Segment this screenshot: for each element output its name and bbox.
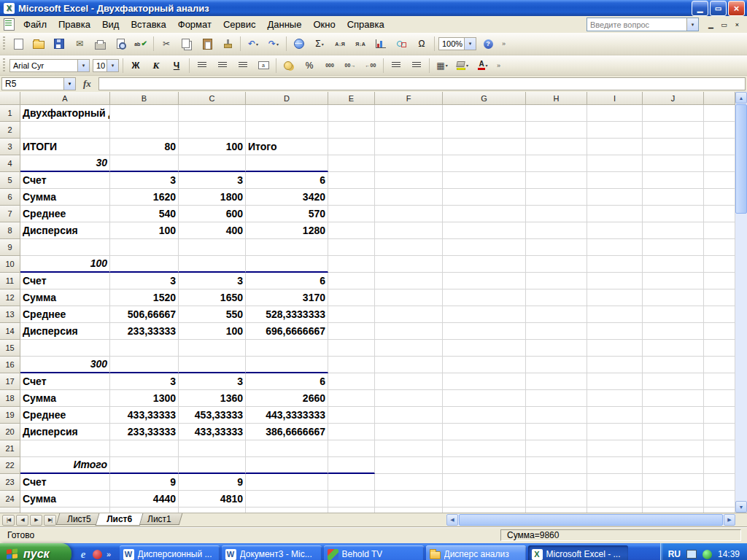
- cell-F20[interactable]: [375, 424, 443, 440]
- last-sheet-button[interactable]: ▶|: [44, 515, 56, 526]
- cell-F8[interactable]: [375, 222, 443, 239]
- cell-B1[interactable]: [110, 105, 179, 122]
- row-header-8[interactable]: 8: [0, 222, 20, 239]
- cell-I23[interactable]: [587, 474, 643, 491]
- row-header-11[interactable]: 11: [0, 273, 20, 289]
- cell-K23[interactable]: [704, 474, 735, 491]
- cell-D21[interactable]: [246, 440, 328, 457]
- cell-E6[interactable]: [328, 189, 375, 206]
- cell-B3[interactable]: 80: [110, 139, 179, 155]
- cell-G7[interactable]: [443, 206, 526, 222]
- scroll-up-icon[interactable]: ▲: [735, 92, 747, 104]
- language-indicator[interactable]: RU: [668, 549, 681, 559]
- row-header-21[interactable]: 21: [0, 440, 20, 457]
- cell-J5[interactable]: [643, 172, 704, 189]
- menu-item-1[interactable]: Файл: [18, 17, 53, 32]
- cell-B7[interactable]: 540: [110, 206, 179, 222]
- cell-J8[interactable]: [643, 222, 704, 239]
- cell-F9[interactable]: [375, 239, 443, 256]
- quick-launch-overflow-chevron[interactable]: »: [105, 548, 112, 560]
- cell-G5[interactable]: [443, 172, 526, 189]
- cell-B12[interactable]: 1520: [110, 289, 179, 306]
- workbook-icon[interactable]: [4, 18, 15, 31]
- cell-J9[interactable]: [643, 239, 704, 256]
- column-header-H[interactable]: H: [526, 92, 587, 105]
- underline-button[interactable]: Ч: [166, 57, 187, 74]
- row-header-10[interactable]: 10: [0, 256, 20, 273]
- cell-F22[interactable]: [375, 457, 443, 474]
- cell-G3[interactable]: [443, 139, 526, 155]
- taskbar-button-4[interactable]: Дисперс анализ: [426, 545, 526, 560]
- cell-I7[interactable]: [587, 206, 643, 222]
- cell-G13[interactable]: [443, 306, 526, 323]
- help-button[interactable]: ?: [478, 35, 498, 52]
- cell-G24[interactable]: [443, 491, 526, 508]
- cell-H23[interactable]: [526, 474, 587, 491]
- cell-D16[interactable]: [246, 357, 328, 373]
- cell-G1[interactable]: [443, 105, 526, 122]
- cell-I6[interactable]: [587, 189, 643, 206]
- menu-item-3[interactable]: Вид: [96, 17, 125, 32]
- row-header-4[interactable]: 4: [0, 155, 20, 172]
- row-header-12[interactable]: 12: [0, 289, 20, 306]
- cell-A7[interactable]: Среднее: [20, 206, 110, 222]
- cell-J6[interactable]: [643, 189, 704, 206]
- insert-function-button[interactable]: fx: [80, 78, 94, 90]
- cell-G14[interactable]: [443, 323, 526, 340]
- cell-D18[interactable]: 2660: [246, 390, 328, 407]
- zoom-combo[interactable]: 100%▾: [438, 37, 476, 50]
- cell-D17[interactable]: 6: [246, 373, 328, 390]
- select-all-corner[interactable]: [0, 92, 20, 105]
- cell-E20[interactable]: [328, 424, 375, 440]
- cell-D15[interactable]: [246, 340, 328, 357]
- row-header-16[interactable]: 16: [0, 357, 20, 373]
- cell-G25[interactable]: [443, 508, 526, 513]
- cell-G2[interactable]: [443, 122, 526, 139]
- column-header-D[interactable]: D: [246, 92, 328, 105]
- cell-I14[interactable]: [587, 323, 643, 340]
- cell-E4[interactable]: [328, 155, 375, 172]
- insert-hyperlink-button[interactable]: [289, 35, 309, 52]
- cell-I20[interactable]: [587, 424, 643, 440]
- chevron-down-icon[interactable]: ▾: [63, 78, 75, 90]
- cell-F2[interactable]: [375, 122, 443, 139]
- copy-button[interactable]: [177, 35, 197, 52]
- taskbar-button-3[interactable]: Behold TV: [324, 545, 424, 560]
- cell-K2[interactable]: [704, 122, 735, 139]
- cell-I22[interactable]: [587, 457, 643, 474]
- column-header-C[interactable]: C: [179, 92, 246, 105]
- cell-D1[interactable]: [246, 105, 328, 122]
- cell-B19[interactable]: 433,33333: [110, 407, 179, 424]
- taskbar-button-2[interactable]: WДокумент3 - Mic...: [222, 545, 322, 560]
- cell-F18[interactable]: [375, 390, 443, 407]
- cell-H20[interactable]: [526, 424, 587, 440]
- cell-D12[interactable]: 3170: [246, 289, 328, 306]
- cell-A6[interactable]: Сумма: [20, 189, 110, 206]
- drawing-button[interactable]: [391, 35, 411, 52]
- row-header-5[interactable]: 5: [0, 172, 20, 189]
- cell-K20[interactable]: [704, 424, 735, 440]
- cell-I3[interactable]: [587, 139, 643, 155]
- autosum-button[interactable]: Σ▾: [309, 35, 330, 52]
- restore-button[interactable]: ▭: [710, 1, 727, 16]
- cell-C24[interactable]: 4810: [179, 491, 246, 508]
- cell-J20[interactable]: [643, 424, 704, 440]
- italic-button[interactable]: К: [146, 57, 166, 74]
- cell-D8[interactable]: 1280: [246, 222, 328, 239]
- cell-C10[interactable]: [179, 256, 246, 273]
- font-color-button[interactable]: А▾: [473, 57, 493, 74]
- menu-item-9[interactable]: Справка: [341, 17, 390, 32]
- cell-J7[interactable]: [643, 206, 704, 222]
- cell-F12[interactable]: [375, 289, 443, 306]
- cell-K18[interactable]: [704, 390, 735, 407]
- chevron-down-icon[interactable]: ▾: [77, 60, 89, 71]
- cell-D14[interactable]: 696,6666667: [246, 323, 328, 340]
- format-painter-button[interactable]: [217, 35, 238, 52]
- cell-K8[interactable]: [704, 222, 735, 239]
- cell-D19[interactable]: 443,3333333: [246, 407, 328, 424]
- sheet-tab-2[interactable]: Лист6: [95, 513, 143, 526]
- column-header-B[interactable]: B: [110, 92, 179, 105]
- cell-I24[interactable]: [587, 491, 643, 508]
- cell-H22[interactable]: [526, 457, 587, 474]
- menu-item-6[interactable]: Сервис: [217, 17, 262, 32]
